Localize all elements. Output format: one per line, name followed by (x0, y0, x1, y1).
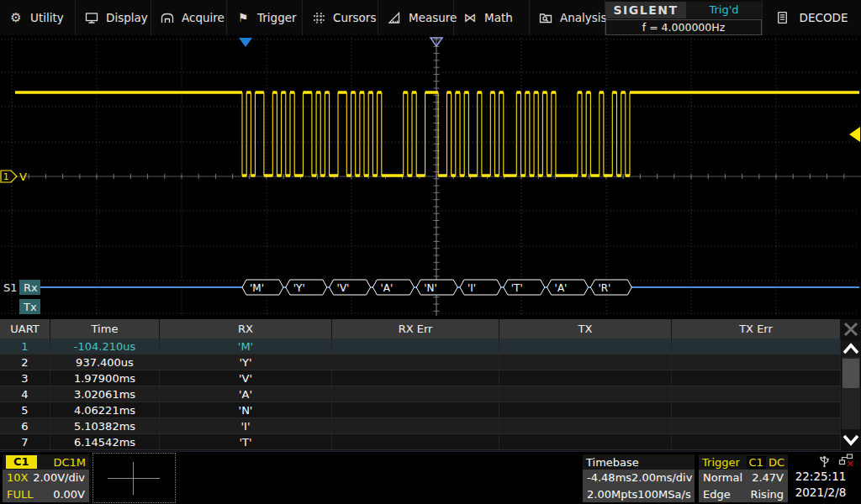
siglent-logo: SIGLENT (605, 2, 686, 18)
decode-list-icon (776, 11, 790, 24)
channel1-marker-unit: V (19, 171, 27, 183)
cell: 4.06221ms (50, 402, 160, 417)
cell (499, 370, 672, 386)
table-row-6[interactable]: 65.10382ms'I' (0, 418, 841, 434)
cell: 'V' (160, 370, 332, 386)
tx-badge-label: Tx (23, 301, 37, 313)
column-header-tx: TX (499, 319, 672, 339)
bus-frame (504, 280, 545, 295)
bus-frame (330, 280, 371, 295)
cell (332, 402, 499, 417)
clock-time: 22:25:11 (784, 469, 857, 485)
trigger-box[interactable]: Trigger C1DC Normal 2.47V Edge Rising (699, 454, 788, 502)
cell: 'T' (160, 434, 332, 449)
menu-item-display[interactable]: Display (76, 0, 151, 35)
menu-item-label: Display (106, 11, 148, 24)
channel-coupling: DC1M (53, 456, 86, 469)
table-body: 1-104.210us'M'2937.400us'Y'31.97900ms'V'… (0, 339, 841, 450)
cell (332, 339, 499, 354)
menu-item-cursors[interactable]: Cursors (303, 0, 378, 35)
bus-frame (460, 280, 501, 295)
menu-item-acquire[interactable]: Acquire (151, 0, 227, 35)
analysis-icon (539, 11, 552, 24)
gear-icon: ⚙ (9, 11, 23, 24)
oscilloscope-screen: ⚙UtilityDisplayAcquire⚑TriggerCursorsMea… (0, 0, 861, 504)
bus-frame-value: 'M' (250, 282, 264, 294)
trigger-position-marker[interactable] (239, 38, 252, 47)
timebase-samplerate: 100MSa/s (637, 488, 690, 501)
acquire-icon (161, 11, 174, 24)
cell (332, 370, 499, 386)
channel1-info-box[interactable]: C1 DC1M 10X 2.00V/div FULL 0.00V (3, 454, 89, 502)
trigger-level: 2.47V (752, 471, 784, 484)
menu-item-label: Analysis (560, 11, 607, 24)
cell: 3 (0, 370, 50, 386)
logo-block: SIGLENT Trig'd f = 4.000000Hz (605, 0, 762, 35)
table-row-5[interactable]: 54.06221ms'N' (0, 402, 841, 418)
menu-item-trigger[interactable]: ⚑Trigger (227, 0, 303, 35)
column-header-time: Time (50, 319, 160, 339)
timebase-box[interactable]: Timebase -4.48ms 2.00ms/div 2.00Mpts 100… (583, 454, 695, 502)
scroll-track[interactable] (842, 357, 860, 429)
cell: 'I' (160, 418, 332, 433)
scroll-up-button[interactable] (842, 341, 860, 357)
table-header-row: UARTTimeRXRX ErrTXTX Err (0, 319, 841, 339)
menu-item-analysis[interactable]: Analysis (530, 0, 605, 35)
cell (332, 418, 499, 433)
table-row-1[interactable]: 1-104.210us'M' (0, 339, 841, 354)
menu-item-label: Utility (30, 11, 64, 24)
menu-item-measure[interactable]: Measure (378, 0, 454, 35)
bus-frame-value: 'R' (598, 282, 610, 294)
chevron-up-icon (842, 341, 860, 357)
timebase-memory: 2.00Mpts (587, 488, 637, 501)
bus-frame-value: 'V' (337, 282, 350, 294)
table-row-3[interactable]: 31.97900ms'V' (0, 370, 841, 386)
column-header-rx-err: RX Err (332, 319, 499, 339)
tab-decode[interactable]: DECODE (762, 0, 861, 35)
channel1-marker-label: 1 (3, 172, 8, 181)
cell: 'M' (160, 339, 332, 354)
waveform-display: 1VS1RxTx'M''Y''V''A''N''I''T''A''R' (0, 35, 861, 318)
cell (499, 339, 672, 354)
cell (499, 434, 672, 449)
plus-icon (108, 478, 160, 479)
math-icon: ⋈ (463, 11, 477, 24)
trigger-status-badge: Trig'd (686, 2, 762, 18)
menu-item-label: Math (484, 11, 513, 24)
cell: 5 (0, 402, 50, 417)
menu-item-utility[interactable]: ⚙Utility (0, 0, 76, 35)
table-close-button[interactable] (841, 319, 861, 339)
table-row-7[interactable]: 76.14542ms'T' (0, 434, 841, 450)
bus-frame (286, 280, 327, 295)
trigger-coupling: DC (769, 456, 784, 469)
trigger-mode: Normal (703, 471, 742, 484)
empty-channel-slot[interactable] (92, 453, 176, 503)
scroll-thumb[interactable] (843, 359, 859, 388)
cell (499, 418, 672, 433)
cell: 5.10382ms (50, 418, 160, 433)
svg-text:✕: ✕ (847, 459, 854, 468)
trigger-frequency-readout: f = 4.000000Hz (605, 19, 762, 35)
cell: 937.400us (50, 354, 160, 370)
clock: 22:25:11 2021/2/8 (784, 469, 857, 501)
bus-frame (372, 280, 414, 295)
channel-bandwidth: FULL (7, 488, 33, 501)
bus-frame-value: 'T' (511, 282, 523, 294)
cell: 1 (0, 339, 50, 354)
close-icon (841, 319, 861, 339)
channel-offset: 0.00V (53, 488, 85, 501)
table-row-4[interactable]: 43.02061ms'A' (0, 386, 841, 402)
scroll-down-button[interactable] (842, 430, 860, 449)
cell: 4 (0, 386, 50, 402)
clock-date: 2021/2/8 (784, 485, 857, 501)
cell (672, 339, 841, 354)
menu-item-math[interactable]: ⋈Math (454, 0, 530, 35)
menu-item-label: Cursors (333, 11, 376, 24)
trigger-level-marker[interactable] (849, 127, 860, 142)
status-bar: C1 DC1M 10X 2.00V/div FULL 0.00V Timebas… (0, 451, 861, 504)
cell: 6 (0, 418, 50, 433)
timebase-delay: -4.48ms (587, 471, 631, 484)
column-header-rx: RX (160, 319, 332, 339)
cell (672, 370, 841, 386)
table-row-2[interactable]: 2937.400us'Y' (0, 354, 841, 370)
